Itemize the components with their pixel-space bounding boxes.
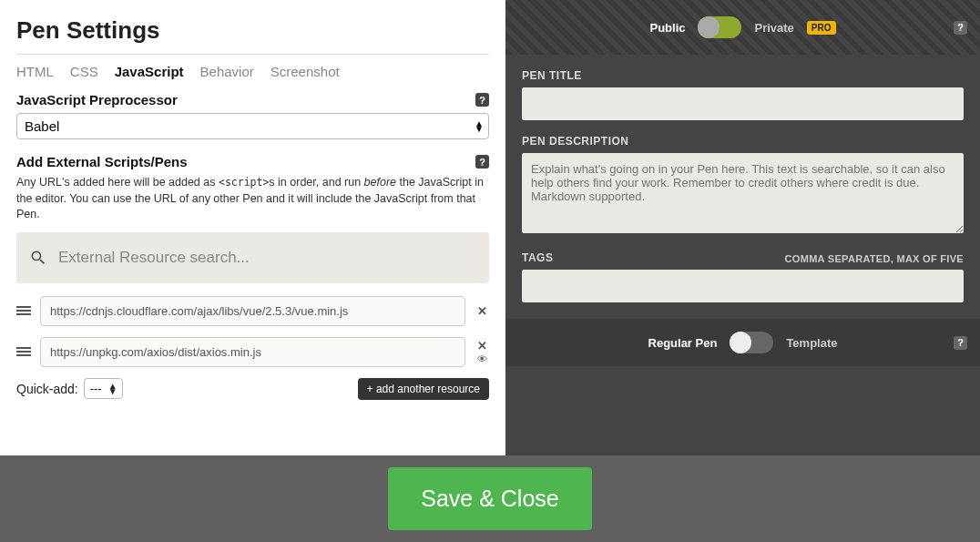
- public-label: Public: [649, 21, 685, 35]
- tags-label: TAGS: [522, 251, 553, 264]
- modal-footer: Save & Close: [0, 455, 980, 542]
- pro-badge: PRO: [807, 21, 836, 35]
- add-resource-button[interactable]: + add another resource: [358, 378, 489, 400]
- quick-add-select[interactable]: ---: [84, 378, 123, 399]
- settings-left-panel: Pen Settings HTML CSS JavaScript Behavio…: [0, 0, 505, 455]
- preprocessor-label: JavaScript Preprocessor: [16, 92, 178, 107]
- help-icon[interactable]: ?: [475, 155, 489, 169]
- tab-html[interactable]: HTML: [16, 64, 54, 79]
- settings-right-panel: Public Private PRO ? PEN TITLE PEN DESCR…: [505, 0, 980, 455]
- template-toggle[interactable]: [730, 332, 773, 353]
- pen-description-input[interactable]: [522, 153, 964, 233]
- regular-pen-label: Regular Pen: [648, 336, 718, 350]
- drag-handle-icon[interactable]: [16, 347, 31, 356]
- settings-tabs: HTML CSS JavaScript Behavior Screenshot: [16, 54, 489, 79]
- search-icon: [29, 249, 47, 267]
- drag-handle-icon[interactable]: [16, 306, 31, 315]
- tab-behavior[interactable]: Behavior: [200, 64, 254, 79]
- resource-url-input[interactable]: [40, 296, 465, 326]
- tags-input[interactable]: [522, 270, 964, 302]
- private-label: Private: [754, 21, 793, 35]
- tab-javascript[interactable]: JavaScript: [115, 64, 184, 79]
- tab-screenshot[interactable]: Screenshot: [271, 64, 340, 79]
- template-toggle-box: Regular Pen Template ?: [505, 319, 980, 366]
- resource-row: ✕: [16, 296, 489, 326]
- preprocessor-select[interactable]: Babel: [16, 113, 489, 139]
- pen-title-input[interactable]: [522, 87, 964, 120]
- save-close-button[interactable]: Save & Close: [388, 467, 591, 530]
- resource-row: ✕ 👁: [16, 337, 489, 367]
- template-label: Template: [786, 336, 837, 350]
- help-icon[interactable]: ?: [475, 93, 489, 107]
- remove-resource-icon[interactable]: ✕: [477, 339, 487, 353]
- page-title: Pen Settings: [16, 16, 489, 45]
- external-search-box[interactable]: [16, 232, 489, 283]
- view-resource-icon[interactable]: 👁: [477, 353, 487, 364]
- privacy-toggle-box: Public Private PRO ?: [505, 0, 980, 55]
- tags-hint: COMMA SEPARATED, MAX OF FIVE: [785, 253, 964, 264]
- resource-url-input[interactable]: [40, 337, 465, 367]
- external-search-input[interactable]: [58, 249, 476, 267]
- external-help-text: Any URL's added here will be added as <s…: [16, 175, 489, 223]
- tab-css[interactable]: CSS: [70, 64, 98, 79]
- help-icon[interactable]: ?: [954, 336, 967, 350]
- remove-resource-icon[interactable]: ✕: [477, 304, 487, 318]
- quick-add-label: Quick-add:: [16, 382, 78, 396]
- privacy-toggle[interactable]: [698, 16, 741, 38]
- help-icon[interactable]: ?: [954, 21, 967, 35]
- external-scripts-label: Add External Scripts/Pens: [16, 154, 188, 169]
- pen-title-label: PEN TITLE: [522, 69, 964, 82]
- pen-description-label: PEN DESCRIPTION: [522, 135, 964, 148]
